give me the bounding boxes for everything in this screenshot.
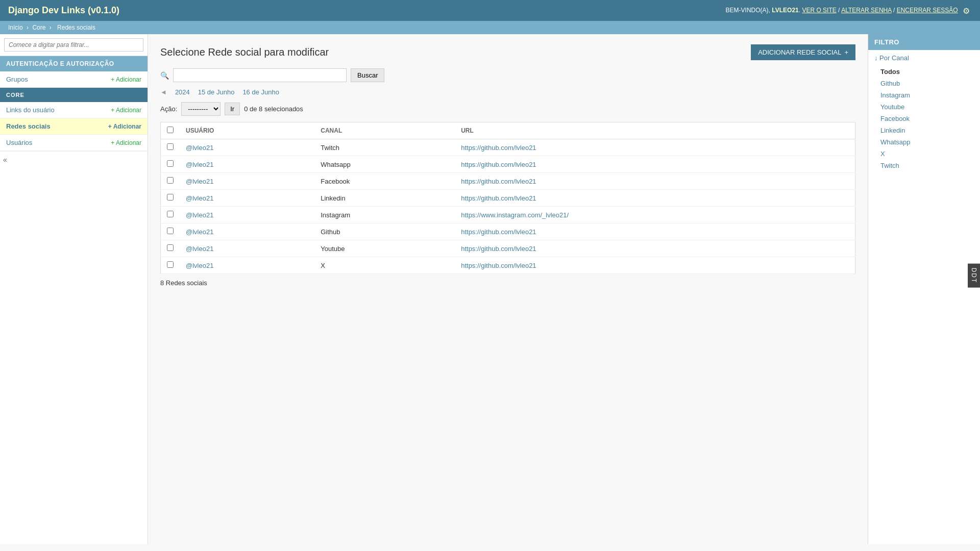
row-user-2[interactable]: @lvleo21: [186, 178, 213, 185]
search-bar: 🔍 Buscar: [160, 68, 855, 82]
row-checkbox-3[interactable]: [167, 194, 174, 201]
filter-link-8[interactable]: Twitch: [880, 162, 899, 169]
filter-item-github[interactable]: Github: [868, 78, 980, 89]
site-title-link[interactable]: Django Dev Links (v0.1.0): [8, 5, 119, 15]
row-url-4[interactable]: https://www.instagram.com/_lvleo21/: [461, 211, 569, 219]
table-row: @lvleo21 Whatsapp https://github.com/lvl…: [161, 156, 855, 173]
filter-link-4[interactable]: Facebook: [880, 115, 910, 122]
filter-item-x[interactable]: X: [868, 148, 980, 160]
search-button[interactable]: Buscar: [351, 68, 384, 82]
row-url-6[interactable]: https://github.com/lvleo21: [461, 245, 536, 253]
row-user-4[interactable]: @lvleo21: [186, 211, 213, 219]
usuarios-add-link[interactable]: + Adicionar: [111, 139, 141, 146]
main-with-filter: Selecione Rede social para modificar ADI…: [148, 34, 980, 544]
ver-site-link[interactable]: VER O SITE: [802, 7, 836, 14]
links-usuario-add-link[interactable]: + Adicionar: [111, 107, 141, 114]
go-button[interactable]: Ir: [225, 103, 240, 115]
main-content: Selecione Rede social para modificar ADI…: [148, 34, 868, 544]
row-checkbox-2[interactable]: [167, 177, 174, 184]
add-plus-icon: +: [844, 48, 848, 56]
row-url-5[interactable]: https://github.com/lvleo21: [461, 228, 536, 236]
filter-link-3[interactable]: Youtube: [880, 103, 904, 111]
redes-sociais-add-link[interactable]: + Adicionar: [108, 123, 141, 130]
row-user-0[interactable]: @lvleo21: [186, 144, 213, 152]
row-url-1[interactable]: https://github.com/lvleo21: [461, 161, 536, 168]
filter-link-1[interactable]: Github: [880, 80, 900, 87]
filter-items-list: TodosGithubInstagramYoutubeFacebookLinke…: [868, 66, 980, 171]
header: Django Dev Links (v0.1.0) BEM-VINDO(A), …: [0, 0, 980, 21]
row-checkbox-1[interactable]: [167, 160, 174, 167]
settings-icon[interactable]: ⚙: [963, 6, 972, 15]
col-usuario: USUÁRIO: [180, 122, 314, 139]
row-canal-1: Whatsapp: [314, 156, 455, 173]
redes-sociais-link[interactable]: Redes sociais: [6, 122, 51, 130]
row-url-3[interactable]: https://github.com/lvleo21: [461, 194, 536, 202]
add-rede-social-button[interactable]: ADICIONAR REDE SOCIAL +: [751, 44, 855, 60]
row-checkbox-4[interactable]: [167, 211, 174, 217]
core-section-header: CORE: [0, 88, 148, 102]
filter-item-youtube[interactable]: Youtube: [868, 101, 980, 113]
table-footer: 8 Redes sociais: [160, 279, 855, 287]
row-checkbox-6[interactable]: [167, 244, 174, 251]
action-bar: Ação: --------- Ir 0 de 8 selecionados: [160, 102, 855, 116]
username: LVLEO21: [772, 7, 798, 14]
site-branding: Django Dev Links (v0.1.0): [8, 5, 119, 16]
sidebar-item-links-usuario: Links do usuário + Adicionar: [0, 102, 148, 118]
breadcrumb-inicio[interactable]: Início: [8, 24, 23, 31]
row-canal-0: Twitch: [314, 139, 455, 156]
row-checkbox-0[interactable]: [167, 143, 174, 150]
table-row: @lvleo21 Youtube https://github.com/lvle…: [161, 240, 855, 257]
content-wrapper: AUTENTICAÇÃO E AUTORIZAÇÃO Grupos + Adic…: [0, 34, 980, 544]
row-checkbox-5[interactable]: [167, 228, 174, 234]
filter-link-7[interactable]: X: [880, 150, 885, 158]
select-all-checkbox[interactable]: [167, 127, 174, 133]
alterar-senha-link[interactable]: ALTERAR SENHA: [841, 7, 891, 14]
date-nav-arrow: ◄: [160, 88, 167, 96]
table-row: @lvleo21 Facebook https://github.com/lvl…: [161, 173, 855, 190]
sidebar-filter-input[interactable]: [4, 38, 143, 52]
filter-item-linkedin[interactable]: Linkedin: [868, 124, 980, 136]
search-input[interactable]: [173, 68, 347, 82]
filter-item-todos[interactable]: Todos: [868, 66, 980, 78]
row-canal-6: Youtube: [314, 240, 455, 257]
links-usuario-link[interactable]: Links do usuário: [6, 106, 55, 114]
usuarios-link[interactable]: Usuários: [6, 139, 32, 146]
selection-count: 0 de 8 selecionados: [244, 105, 303, 113]
collapse-toggle[interactable]: «: [0, 151, 148, 168]
row-url-2[interactable]: https://github.com/lvleo21: [461, 178, 536, 185]
row-canal-4: Instagram: [314, 207, 455, 223]
row-user-3[interactable]: @lvleo21: [186, 194, 213, 202]
date-filter-2[interactable]: 16 de Junho: [242, 88, 279, 96]
user-info: BEM-VINDO(A), LVLEO21. VER O SITE / ALTE…: [726, 6, 972, 15]
table-row: @lvleo21 X https://github.com/lvleo21: [161, 257, 855, 274]
row-user-6[interactable]: @lvleo21: [186, 245, 213, 253]
action-select[interactable]: ---------: [181, 102, 220, 116]
date-year[interactable]: 2024: [175, 88, 190, 96]
filter-item-twitch[interactable]: Twitch: [868, 160, 980, 171]
search-icon: 🔍: [160, 71, 169, 80]
row-user-7[interactable]: @lvleo21: [186, 262, 213, 269]
page-title: Selecione Rede social para modificar: [160, 46, 329, 58]
filter-link-2[interactable]: Instagram: [880, 91, 910, 99]
breadcrumb-core[interactable]: Core: [32, 24, 45, 31]
filter-item-whatsapp[interactable]: Whatsapp: [868, 136, 980, 148]
filter-link-5[interactable]: Linkedin: [880, 127, 905, 134]
encerrar-sessao-link[interactable]: ENCERRAR SESSÃO: [897, 7, 958, 14]
date-filter-1[interactable]: 15 de Junho: [198, 88, 235, 96]
row-canal-5: Github: [314, 223, 455, 240]
grupos-add-link[interactable]: + Adicionar: [111, 76, 141, 83]
row-user-5[interactable]: @lvleo21: [186, 228, 213, 236]
filter-item-instagram[interactable]: Instagram: [868, 89, 980, 101]
row-url-7[interactable]: https://github.com/lvleo21: [461, 262, 536, 269]
row-checkbox-7[interactable]: [167, 261, 174, 268]
ddt-tab[interactable]: DDT: [968, 264, 980, 288]
table-row: @lvleo21 Twitch https://github.com/lvleo…: [161, 139, 855, 156]
row-url-0[interactable]: https://github.com/lvleo21: [461, 144, 536, 152]
filter-item-facebook[interactable]: Facebook: [868, 113, 980, 124]
filter-panel: FILTRO ↓ Por Canal TodosGithubInstagramY…: [868, 34, 980, 544]
row-user-1[interactable]: @lvleo21: [186, 161, 213, 168]
filter-link-6[interactable]: Whatsapp: [880, 138, 911, 146]
nav-sidebar: AUTENTICAÇÃO E AUTORIZAÇÃO Grupos + Adic…: [0, 34, 148, 544]
grupos-link[interactable]: Grupos: [6, 76, 28, 83]
row-canal-7: X: [314, 257, 455, 274]
